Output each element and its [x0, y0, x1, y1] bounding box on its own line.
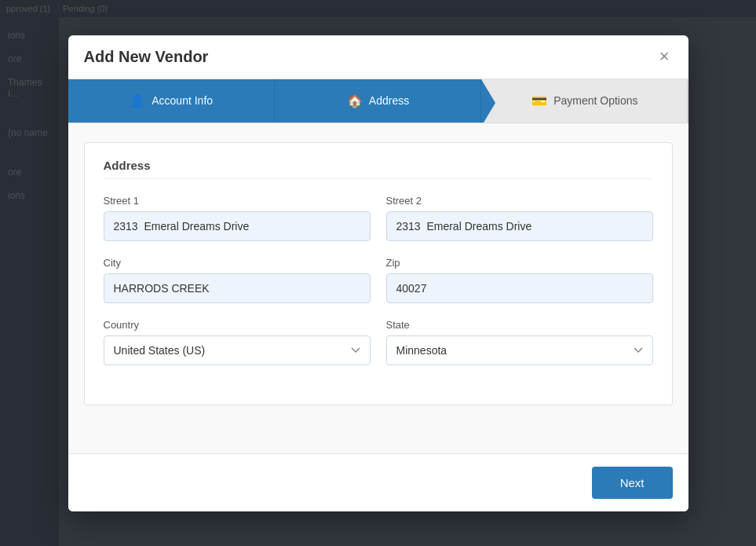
- wizard-step-address[interactable]: 🏠 Address: [275, 79, 481, 123]
- street2-label: Street 2: [386, 195, 653, 207]
- street-row: Street 1 Street 2: [104, 195, 653, 241]
- city-input[interactable]: [104, 273, 371, 303]
- wizard-step-account-info[interactable]: 👤 Account Info: [68, 79, 275, 123]
- street1-input[interactable]: [104, 211, 371, 241]
- zip-label: Zip: [386, 257, 653, 269]
- address-section-title: Address: [104, 159, 653, 179]
- country-select[interactable]: United States (US) Canada United Kingdom: [104, 335, 371, 365]
- modal-overlay: Add New Vendor × 👤 Account Info 🏠 Addres…: [0, 0, 756, 546]
- state-select[interactable]: Minnesota Alabama Alaska Arizona Califor…: [386, 335, 653, 365]
- street2-input[interactable]: [386, 211, 653, 241]
- close-button[interactable]: ×: [656, 48, 673, 65]
- city-group: City: [104, 257, 371, 303]
- state-label: State: [386, 319, 653, 331]
- country-label: Country: [104, 319, 371, 331]
- next-button[interactable]: Next: [592, 467, 673, 499]
- wizard-step-payment-label: Payment Options: [553, 94, 637, 107]
- modal-body: Address Street 1 Street 2 City: [68, 123, 688, 453]
- country-state-row: Country United States (US) Canada United…: [104, 319, 653, 365]
- modal-title: Add New Vendor: [84, 48, 209, 66]
- country-group: Country United States (US) Canada United…: [104, 319, 371, 365]
- street2-group: Street 2: [386, 195, 653, 241]
- address-icon: 🏠: [347, 93, 363, 108]
- wizard-step-account-info-label: Account Info: [152, 94, 213, 107]
- account-info-icon: 👤: [130, 93, 145, 108]
- street1-label: Street 1: [104, 195, 371, 207]
- address-card: Address Street 1 Street 2 City: [84, 142, 673, 405]
- wizard-steps: 👤 Account Info 🏠 Address 💳 Payment Optio…: [68, 79, 688, 123]
- state-group: State Minnesota Alabama Alaska Arizona C…: [386, 319, 653, 365]
- zip-input[interactable]: [386, 273, 653, 303]
- wizard-step-payment[interactable]: 💳 Payment Options: [481, 79, 688, 123]
- payment-icon: 💳: [531, 93, 547, 108]
- street1-group: Street 1: [104, 195, 371, 241]
- add-vendor-modal: Add New Vendor × 👤 Account Info 🏠 Addres…: [68, 35, 688, 511]
- modal-footer: Next: [68, 453, 688, 511]
- wizard-step-address-label: Address: [369, 94, 409, 107]
- city-label: City: [104, 257, 371, 269]
- modal-header: Add New Vendor ×: [68, 35, 688, 79]
- city-zip-row: City Zip: [104, 257, 653, 303]
- zip-group: Zip: [386, 257, 653, 303]
